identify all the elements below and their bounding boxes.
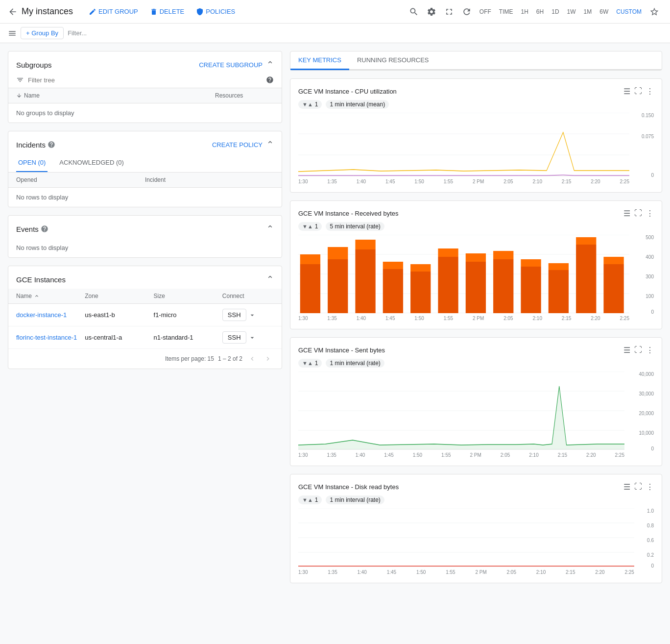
tab-running-resources[interactable]: RUNNING RESOURCES: [349, 51, 437, 70]
time-1w[interactable]: 1W: [564, 6, 579, 17]
list-icon-0[interactable]: ☰: [623, 87, 630, 96]
time-1d[interactable]: 1D: [549, 6, 562, 17]
prev-page-button[interactable]: [246, 353, 258, 365]
cpu-y-max: 0.150: [642, 113, 654, 118]
gce-col-zone: Zone: [85, 293, 153, 299]
sent-y-max: 40,000: [639, 372, 654, 377]
off-toggle[interactable]: OFF: [477, 6, 494, 17]
received-chart-area: 500 400 300 100 0: [298, 235, 654, 315]
search-icon[interactable]: [406, 4, 422, 20]
more-icon-2[interactable]: ⋮: [646, 346, 654, 355]
disk-y-08: 0.8: [647, 523, 654, 528]
col-opened: Opened: [16, 176, 145, 183]
back-button[interactable]: [8, 7, 18, 17]
incidents-title: Incidents: [16, 141, 46, 149]
subgroups-header: Subgroups CREATE SUBGROUP ⌃: [8, 51, 282, 74]
gce-instances-card: GCE Instances ⌃ Name Zone Size Connect d…: [8, 266, 282, 369]
filter-input[interactable]: Filter...: [68, 29, 87, 37]
more-icon-3[interactable]: ⋮: [646, 482, 654, 492]
gce-title: GCE Instances: [16, 275, 66, 284]
disk-y-max: 1.0: [647, 508, 654, 514]
svg-rect-28: [549, 263, 569, 270]
policies-button[interactable]: POLICIES: [192, 4, 239, 20]
cpu-y-mid: 0.075: [642, 134, 654, 139]
fullscreen-icon[interactable]: [441, 4, 457, 20]
expand-icon-0[interactable]: ⛶: [634, 87, 642, 96]
create-subgroup-link[interactable]: CREATE SUBGROUP: [199, 61, 263, 69]
group-by-button[interactable]: + Group By: [21, 27, 64, 39]
instance-name-1[interactable]: florinc-test-instance-1: [16, 334, 85, 341]
menu-icon[interactable]: [8, 29, 17, 38]
help-icon[interactable]: [266, 76, 274, 84]
expand-icon-2[interactable]: ⛶: [634, 346, 642, 355]
next-page-button[interactable]: [262, 353, 274, 365]
events-collapse[interactable]: ⌃: [266, 223, 274, 234]
dropdown-icon-1[interactable]: [248, 334, 256, 342]
sent-svg: [298, 372, 624, 450]
svg-rect-25: [521, 267, 541, 313]
list-icon-2[interactable]: ☰: [623, 346, 630, 355]
gce-header: GCE Instances ⌃: [8, 266, 282, 289]
subgroups-collapse[interactable]: ⌃: [266, 59, 274, 70]
svg-rect-24: [493, 251, 513, 259]
cpu-chart-header: GCE VM Instance - CPU utilization ☰ ⛶ ⋮: [298, 87, 654, 96]
svg-rect-10: [300, 254, 320, 264]
time-custom[interactable]: CUSTOM: [613, 6, 645, 17]
svg-rect-18: [410, 264, 431, 272]
list-icon-1[interactable]: ☰: [623, 209, 630, 218]
incidents-help-icon[interactable]: [48, 141, 55, 149]
more-icon-0[interactable]: ⋮: [646, 87, 654, 96]
more-icon-1[interactable]: ⋮: [646, 209, 654, 218]
ssh-button-1[interactable]: SSH: [222, 331, 246, 344]
events-empty: No rows to display: [8, 238, 282, 257]
filter-chip-2[interactable]: ▼▲ 1: [298, 359, 322, 368]
metrics-tabs: KEY METRICS RUNNING RESOURCES: [290, 51, 662, 70]
interval-chip-3: 1 min interval (rate): [326, 495, 384, 504]
ssh-button-0[interactable]: SSH: [222, 309, 246, 321]
expand-icon-1[interactable]: ⛶: [634, 209, 642, 218]
settings-icon[interactable]: [424, 4, 439, 20]
incidents-collapse[interactable]: ⌃: [266, 139, 274, 150]
filter-chip-3[interactable]: ▼▲ 1: [298, 495, 322, 504]
filter-chip-1[interactable]: ▼▲ 1: [298, 222, 322, 231]
time-1m[interactable]: 1M: [581, 6, 595, 17]
time-label[interactable]: TIME: [496, 6, 516, 17]
tab-acknowledged[interactable]: ACKNOWLEDGED (0): [57, 154, 125, 172]
svg-rect-19: [438, 257, 458, 313]
time-1h[interactable]: 1H: [518, 6, 531, 17]
filter-chip-0[interactable]: ▼▲ 1: [298, 100, 322, 109]
instance-name-0[interactable]: docker-instance-1: [16, 311, 85, 319]
disk-chart-title: GCE VM Instance - Disk read bytes: [298, 483, 399, 491]
edit-group-button[interactable]: EDIT GROUP: [85, 4, 142, 20]
svg-rect-14: [355, 240, 375, 249]
tab-open[interactable]: OPEN (0): [16, 154, 48, 172]
refresh-icon[interactable]: [459, 4, 475, 20]
events-card: Events ⌃ No rows to display: [8, 215, 282, 258]
col-sort-icon[interactable]: Name: [16, 92, 215, 99]
gce-col-size: Size: [154, 293, 222, 299]
col-resources-header: Resources: [215, 92, 274, 99]
incidents-tabs: OPEN (0) ACKNOWLEDGED (0): [8, 154, 282, 173]
incidents-actions: CREATE POLICY ⌃: [212, 139, 274, 150]
sent-chart-filters: ▼▲ 1 1 min interval (rate): [298, 359, 654, 368]
time-6h[interactable]: 6H: [533, 6, 547, 17]
received-chart-icons: ☰ ⛶ ⋮: [623, 209, 654, 218]
delete-button[interactable]: DELETE: [146, 4, 189, 20]
list-icon-3[interactable]: ☰: [623, 482, 630, 492]
events-help-icon[interactable]: [41, 225, 48, 233]
star-icon[interactable]: [646, 4, 662, 20]
gce-collapse[interactable]: ⌃: [266, 274, 274, 285]
svg-rect-23: [493, 259, 513, 313]
cpu-chart-title: GCE VM Instance - CPU utilization: [298, 88, 397, 95]
page-title: My instances: [22, 6, 73, 17]
sent-x-labels: 1:301:351:401:451:501:552 PM2:052:102:15…: [298, 452, 654, 458]
tab-key-metrics[interactable]: KEY METRICS: [290, 51, 349, 70]
dropdown-icon-0[interactable]: [248, 311, 256, 319]
create-policy-link[interactable]: CREATE POLICY: [212, 141, 263, 149]
sent-y-min: 0: [651, 446, 654, 451]
time-6w[interactable]: 6W: [597, 6, 611, 17]
filter-tree-input[interactable]: [28, 76, 262, 84]
disk-chart-icons: ☰ ⛶ ⋮: [623, 482, 654, 492]
expand-icon-3[interactable]: ⛶: [634, 482, 642, 492]
svg-rect-11: [328, 259, 348, 313]
